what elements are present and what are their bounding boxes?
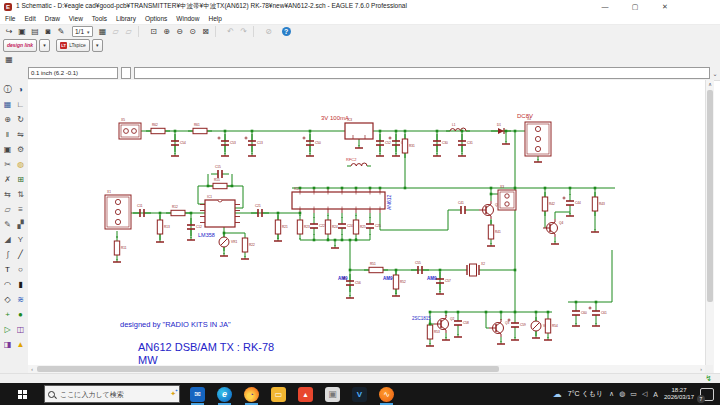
group-icon[interactable]: ▣ bbox=[1, 142, 14, 157]
gateswap-icon[interactable]: ⇅ bbox=[14, 187, 27, 202]
rect-icon[interactable]: ▮ bbox=[14, 277, 27, 292]
save-icon[interactable]: ▣ bbox=[16, 26, 28, 37]
frame-icon-a[interactable]: ▱ bbox=[110, 26, 122, 37]
taskbar-search[interactable]: ✦✦ bbox=[44, 385, 180, 403]
menu-draw[interactable]: Draw bbox=[45, 15, 60, 22]
close-button[interactable]: ✕ bbox=[658, 0, 672, 13]
taskbar-app-mail[interactable]: ✉ bbox=[190, 387, 205, 402]
mirror-icon[interactable]: ⇋ bbox=[14, 127, 27, 142]
display-tray-icon[interactable]: ▭ bbox=[630, 390, 637, 398]
circle-icon[interactable]: ○ bbox=[14, 262, 27, 277]
minimize-button[interactable]: — bbox=[598, 0, 612, 13]
print-icon[interactable]: ▤ bbox=[29, 26, 41, 37]
grid-settings-icon[interactable]: ▦ bbox=[3, 54, 15, 65]
sheet-selector[interactable]: 1/1▾ bbox=[72, 26, 93, 37]
junction-icon[interactable]: ● bbox=[14, 307, 27, 322]
undo-icon[interactable]: ↶ bbox=[225, 26, 237, 37]
export-image-icon[interactable]: ◙ bbox=[42, 26, 54, 37]
wire-icon[interactable]: ╱ bbox=[14, 247, 27, 262]
ltspice-button[interactable]: LT LTspice bbox=[56, 39, 90, 52]
scroll-up-icon[interactable]: ∧ bbox=[706, 80, 714, 88]
menu-options[interactable]: Options bbox=[145, 15, 167, 22]
ltspice-dropdown[interactable]: ▾ bbox=[92, 39, 103, 52]
replace-icon[interactable]: ▱ bbox=[1, 202, 14, 217]
open-icon[interactable]: ↪ bbox=[3, 26, 15, 37]
designlink-button[interactable]: design link bbox=[3, 39, 37, 52]
taskbar-app-gray[interactable]: ▣ bbox=[325, 387, 340, 402]
move-icon[interactable]: ⊕ bbox=[1, 112, 14, 127]
show-icon[interactable]: ◑ bbox=[14, 82, 27, 97]
taskbar-app-eagle[interactable]: ∿ bbox=[379, 387, 394, 402]
menu-view[interactable]: View bbox=[69, 15, 83, 22]
erc-errors-icon[interactable]: ◨ bbox=[1, 337, 14, 352]
menu-edit[interactable]: Edit bbox=[24, 15, 35, 22]
zoom-redraw-icon[interactable]: ⊙ bbox=[187, 26, 199, 37]
polygon-icon[interactable]: ◇ bbox=[1, 292, 14, 307]
copy-icon[interactable]: ‖ bbox=[1, 127, 14, 142]
search-input[interactable] bbox=[58, 390, 170, 399]
rotate-icon[interactable]: ↻ bbox=[14, 112, 27, 127]
command-dropdown-icon[interactable]: ⌄ bbox=[710, 70, 720, 77]
pinswap-icon[interactable]: ⇆ bbox=[1, 187, 14, 202]
taskbar-app-firefox[interactable]: ◔ bbox=[244, 387, 259, 402]
zoom-fit-icon[interactable]: ⊡ bbox=[148, 26, 160, 37]
schematic-canvas[interactable]: X5R62R61C54C53C13C50IC3C52C51R31C30L1C31… bbox=[28, 80, 705, 365]
erc-icon[interactable]: ◫ bbox=[14, 322, 27, 337]
invoke-icon[interactable]: ∫ bbox=[1, 247, 14, 262]
vertical-scroll-thumb[interactable] bbox=[707, 90, 713, 302]
cut-icon[interactable]: ✂ bbox=[1, 157, 14, 172]
mark-icon[interactable]: ∟ bbox=[14, 97, 27, 112]
ime-indicator[interactable]: A bbox=[653, 391, 658, 398]
scroll-right-icon[interactable]: › bbox=[697, 365, 705, 373]
tray-app-icon[interactable]: ◍ bbox=[619, 390, 625, 398]
net-icon[interactable]: + bbox=[1, 307, 14, 322]
display-icon[interactable]: ▦ bbox=[1, 97, 14, 112]
info-icon[interactable]: ⓘ bbox=[1, 82, 14, 97]
frame-icon-b[interactable]: ▱ bbox=[123, 26, 135, 37]
maximize-button[interactable]: ▢ bbox=[628, 0, 642, 13]
paste-icon[interactable]: ◍ bbox=[14, 157, 27, 172]
command-input[interactable] bbox=[134, 67, 710, 79]
menu-window[interactable]: Window bbox=[176, 15, 199, 22]
volume-icon[interactable]: ◁ bbox=[642, 390, 647, 398]
help-icon[interactable]: ? bbox=[282, 27, 291, 36]
zoom-select-icon[interactable]: ⊠ bbox=[200, 26, 212, 37]
vertical-scrollbar[interactable]: ∧ ∨ bbox=[705, 80, 714, 373]
notification-icon[interactable]: 7 bbox=[700, 388, 714, 401]
smash-icon[interactable]: ▞ bbox=[14, 217, 27, 232]
redo-icon[interactable]: ↷ bbox=[238, 26, 250, 37]
schematic-svg[interactable]: X5R62R61C54C53C13C50IC3C52C51R31C30L1C31… bbox=[28, 80, 705, 365]
scroll-left-icon[interactable]: ‹ bbox=[28, 365, 36, 373]
delete-icon[interactable]: ✗ bbox=[1, 172, 14, 187]
use-library-icon[interactable]: ▦ bbox=[97, 26, 109, 37]
name-icon[interactable]: ≡ bbox=[14, 202, 27, 217]
designlink-dropdown[interactable]: ▾ bbox=[39, 39, 50, 52]
copilot-icon[interactable]: ✦✦ bbox=[170, 390, 176, 398]
label-icon[interactable]: ▷ bbox=[1, 322, 14, 337]
bus-icon[interactable]: ≋ bbox=[14, 292, 27, 307]
arc-icon[interactable]: ◠ bbox=[1, 277, 14, 292]
taskbar-app-explorer[interactable]: ▭ bbox=[271, 387, 286, 402]
command-mini-box[interactable] bbox=[121, 67, 131, 79]
change-icon[interactable]: ⚙ bbox=[14, 142, 27, 157]
menu-library[interactable]: Library bbox=[116, 15, 136, 22]
horizontal-scroll-thumb[interactable] bbox=[37, 366, 499, 372]
zoom-in-icon[interactable]: ⊕ bbox=[161, 26, 173, 37]
weather-text[interactable]: 7°C くもり bbox=[568, 389, 603, 399]
chevron-up-icon[interactable]: ∧ bbox=[609, 390, 614, 398]
miter-icon[interactable]: ◢ bbox=[1, 232, 14, 247]
taskbar-app-brave[interactable]: ▲ bbox=[298, 387, 313, 402]
text-icon[interactable]: T bbox=[1, 262, 14, 277]
zoom-out-icon[interactable]: ⊖ bbox=[174, 26, 186, 37]
errors-icon[interactable]: ▲ bbox=[14, 337, 27, 352]
clock[interactable]: 18:27 2026/03/17 bbox=[664, 387, 694, 401]
add-icon[interactable]: ⊞ bbox=[14, 172, 27, 187]
menu-tools[interactable]: Tools bbox=[92, 15, 107, 22]
menu-help[interactable]: Help bbox=[208, 15, 221, 22]
start-button[interactable] bbox=[0, 383, 44, 405]
menu-file[interactable]: File bbox=[5, 15, 15, 22]
run-script-icon[interactable]: ✎ bbox=[55, 26, 67, 37]
split-icon[interactable]: Y bbox=[14, 232, 27, 247]
value-icon[interactable]: ✎ bbox=[1, 217, 14, 232]
taskbar-app-edge[interactable]: e bbox=[217, 387, 232, 402]
